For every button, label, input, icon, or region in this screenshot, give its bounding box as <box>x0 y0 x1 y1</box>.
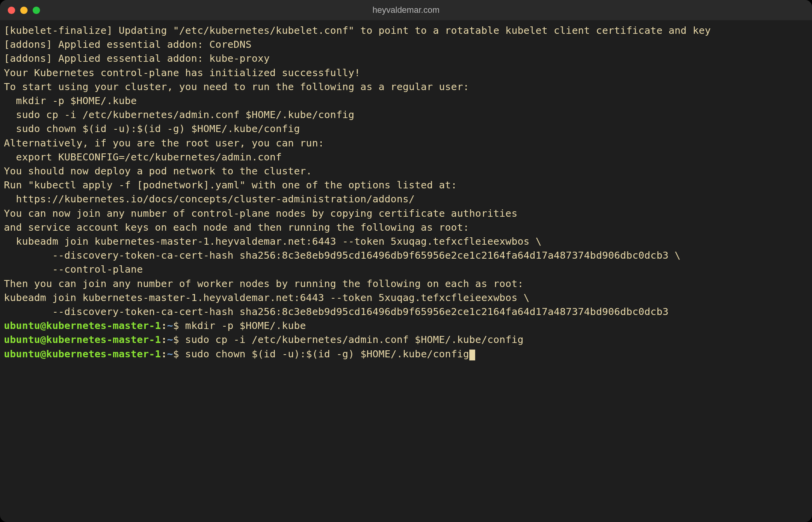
prompt-colon: : <box>161 348 167 360</box>
cursor-icon <box>469 350 475 360</box>
window-title: heyvaldemar.com <box>373 5 439 15</box>
prompt-colon: : <box>161 334 167 345</box>
output-line: --discovery-token-ca-cert-hash sha256:8c… <box>4 248 808 262</box>
output-line: You should now deploy a pod network to t… <box>4 164 808 178</box>
output-line: Run "kubectl apply -f [podnetwork].yaml"… <box>4 178 808 192</box>
output-line: kubeadm join kubernetes-master-1.heyvald… <box>4 291 808 304</box>
command-text: mkdir -p $HOME/.kube <box>185 320 306 331</box>
output-line: [kubelet-finalize] Updating "/etc/kubern… <box>4 23 808 37</box>
output-line: mkdir -p $HOME/.kube <box>4 94 808 108</box>
prompt-line[interactable]: ubuntu@kubernetes-master-1:~$ sudo chown… <box>4 347 808 361</box>
prompt-line: ubuntu@kubernetes-master-1:~$ sudo cp -i… <box>4 332 808 346</box>
traffic-lights <box>8 7 40 14</box>
output-line: [addons] Applied essential addon: CoreDN… <box>4 37 808 51</box>
output-line: --control-plane <box>4 262 808 276</box>
prompt-dollar: $ <box>173 320 185 331</box>
close-icon[interactable] <box>8 7 15 14</box>
output-line: sudo chown $(id -u):$(id -g) $HOME/.kube… <box>4 122 808 136</box>
output-line: export KUBECONFIG=/etc/kubernetes/admin.… <box>4 150 808 164</box>
output-line: Then you can join any number of worker n… <box>4 277 808 291</box>
maximize-icon[interactable] <box>33 7 40 14</box>
minimize-icon[interactable] <box>20 7 28 14</box>
output-line: and service account keys on each node an… <box>4 220 808 234</box>
output-line: Your Kubernetes control-plane has initia… <box>4 66 808 80</box>
output-line: [addons] Applied essential addon: kube-p… <box>4 51 808 65</box>
output-line: Alternatively, if you are the root user,… <box>4 136 808 150</box>
prompt-dollar: $ <box>173 334 185 345</box>
prompt-dollar: $ <box>173 348 185 360</box>
output-line: To start using your cluster, you need to… <box>4 80 808 94</box>
output-line: sudo cp -i /etc/kubernetes/admin.conf $H… <box>4 108 808 122</box>
prompt-line: ubuntu@kubernetes-master-1:~$ mkdir -p $… <box>4 318 808 332</box>
output-line: kubeadm join kubernetes-master-1.heyvald… <box>4 234 808 248</box>
command-input[interactable]: sudo chown $(id -u):$(id -g) $HOME/.kube… <box>185 348 469 360</box>
prompt-user: ubuntu@kubernetes-master-1 <box>4 334 161 345</box>
command-text: sudo cp -i /etc/kubernetes/admin.conf $H… <box>185 334 524 345</box>
prompt-path: ~ <box>167 348 173 360</box>
terminal-window: heyvaldemar.com [kubelet-finalize] Updat… <box>0 0 812 522</box>
terminal-body[interactable]: [kubelet-finalize] Updating "/etc/kubern… <box>0 20 812 522</box>
titlebar[interactable]: heyvaldemar.com <box>0 0 812 20</box>
output-line: https://kubernetes.io/docs/concepts/clus… <box>4 192 808 206</box>
output-line: --discovery-token-ca-cert-hash sha256:8c… <box>4 304 808 318</box>
prompt-path: ~ <box>167 320 173 331</box>
prompt-user: ubuntu@kubernetes-master-1 <box>4 348 161 360</box>
prompt-user: ubuntu@kubernetes-master-1 <box>4 320 161 331</box>
prompt-colon: : <box>161 320 167 331</box>
prompt-path: ~ <box>167 334 173 345</box>
output-line: You can now join any number of control-p… <box>4 206 808 220</box>
